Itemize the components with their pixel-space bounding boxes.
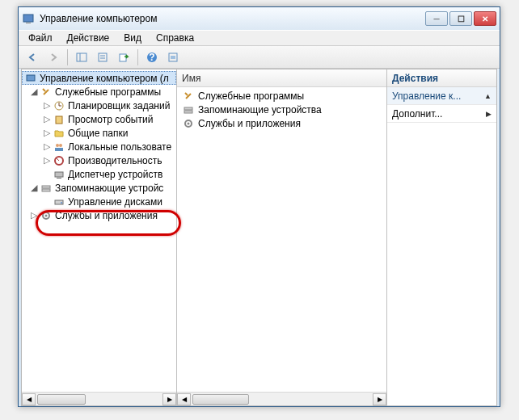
refresh-button[interactable]	[163, 48, 183, 66]
tree-scrollbar[interactable]: ◀ ▶	[22, 392, 176, 405]
tree-pane: Управление компьютером (л ◢ Служебные пр…	[22, 69, 177, 405]
content-area: Управление компьютером (л ◢ Служебные пр…	[21, 69, 497, 406]
scroll-right-button[interactable]: ▶	[162, 393, 176, 405]
expand-icon[interactable]: ▷	[41, 155, 53, 166]
expand-icon[interactable]: ▷	[41, 100, 53, 111]
tree-label: Управление компьютером (л	[40, 73, 169, 84]
tree-node-services[interactable]: ▷ Службы и приложения	[22, 208, 176, 222]
list-label: Служебные программы	[198, 90, 304, 102]
properties-button[interactable]	[93, 48, 112, 66]
toolbar-separator	[67, 49, 68, 65]
expand-icon[interactable]: ▷	[28, 210, 40, 220]
list-header[interactable]: Имя	[177, 69, 386, 87]
tree-label: Планировщик заданий	[68, 100, 170, 111]
svg-point-25	[61, 202, 62, 204]
action-group[interactable]: Управление к... ▲	[387, 87, 496, 105]
tree-node-scheduler[interactable]: ▷ Планировщик заданий	[22, 99, 176, 112]
tree-label: Службы и приложения	[55, 210, 158, 221]
svg-text:?: ?	[149, 52, 154, 63]
svg-rect-22	[42, 186, 50, 188]
svg-point-16	[59, 144, 62, 147]
action-more[interactable]: Дополнит... ▶	[387, 105, 496, 123]
svg-rect-17	[55, 148, 63, 151]
svg-point-27	[45, 214, 48, 216]
services-icon	[40, 209, 53, 222]
actions-header: Действия	[387, 69, 496, 87]
tree-label: Управление дисками	[68, 196, 162, 208]
svg-rect-14	[56, 116, 62, 124]
tree-node-events[interactable]: ▷ Просмотр событий	[22, 112, 176, 126]
svg-point-31	[188, 122, 190, 124]
scroll-right-button[interactable]: ▶	[373, 393, 386, 405]
window-title: Управление компьютером	[40, 13, 425, 24]
tree-node-devices[interactable]: Диспетчер устройств	[22, 167, 176, 181]
menu-view[interactable]: Вид	[117, 31, 148, 45]
expand-icon[interactable]: ▷	[41, 114, 53, 124]
show-hide-tree-button[interactable]	[72, 48, 91, 66]
tree-label: Общие папки	[68, 128, 128, 139]
scroll-track[interactable]	[36, 393, 162, 405]
svg-rect-29	[184, 111, 192, 113]
tools-icon	[182, 90, 195, 103]
minimize-button[interactable]: ─	[425, 11, 448, 26]
close-button[interactable]: ✕	[474, 11, 496, 26]
tree-label: Просмотр событий	[68, 114, 153, 125]
menu-action[interactable]: Действие	[61, 31, 116, 45]
list-item[interactable]: Служебные программы	[177, 89, 386, 103]
tree-label: Диспетчер устройств	[68, 169, 162, 180]
scroll-thumb[interactable]	[37, 394, 86, 405]
main-window: Управление компьютером ─ ☐ ✕ Файл Действ…	[18, 6, 500, 407]
services-icon	[182, 117, 195, 130]
tree-node-system-tools[interactable]: ◢ Служебные программы	[22, 85, 176, 99]
svg-rect-23	[42, 189, 50, 191]
scroll-left-button[interactable]: ◀	[22, 393, 36, 405]
events-icon	[53, 113, 65, 126]
users-icon	[53, 141, 65, 153]
svg-point-15	[56, 144, 59, 147]
svg-rect-21	[57, 178, 61, 178]
tree-node-storage[interactable]: ◢ Запоминающие устройс	[22, 181, 176, 195]
disk-icon	[53, 195, 65, 208]
list-scrollbar[interactable]: ◀ ▶	[177, 392, 386, 405]
svg-rect-12	[27, 75, 35, 81]
svg-rect-1	[26, 23, 31, 23]
expand-icon[interactable]: ▷	[41, 141, 53, 152]
collapse-icon: ▲	[484, 92, 492, 100]
tree-label: Локальные пользовате	[68, 141, 171, 153]
list-item[interactable]: Службы и приложения	[177, 116, 386, 130]
svg-rect-4	[99, 53, 107, 61]
help-button[interactable]: ?	[142, 48, 162, 66]
svg-rect-0	[23, 15, 33, 22]
back-button[interactable]	[23, 48, 42, 66]
svg-rect-2	[77, 53, 86, 61]
tree-node-disk-management[interactable]: Управление дисками	[22, 195, 176, 208]
list-label: Запоминающие устройства	[198, 104, 322, 116]
folder-icon	[53, 127, 65, 140]
tree-node-shared[interactable]: ▷ Общие папки	[22, 126, 176, 140]
tree-node-users[interactable]: ▷ Локальные пользовате	[22, 140, 176, 153]
list-item[interactable]: Запоминающие устройства	[177, 103, 386, 116]
list-label: Службы и приложения	[198, 118, 301, 129]
action-label: Дополнит...	[392, 108, 442, 120]
scroll-track[interactable]	[191, 393, 373, 405]
collapse-icon[interactable]: ◢	[28, 183, 40, 193]
menu-help[interactable]: Справка	[150, 31, 200, 45]
menubar: Файл Действие Вид Справка	[19, 30, 500, 46]
performance-icon	[53, 154, 65, 167]
menu-file[interactable]: Файл	[22, 31, 59, 45]
svg-rect-20	[55, 172, 63, 177]
tools-icon	[40, 86, 53, 99]
tree-label: Производительность	[68, 155, 162, 166]
maximize-button[interactable]: ☐	[449, 11, 472, 26]
scroll-thumb[interactable]	[192, 394, 249, 405]
tree-node-perf[interactable]: ▷ Производительность	[22, 153, 176, 167]
expand-icon[interactable]: ▷	[41, 128, 53, 138]
forward-button[interactable]	[44, 48, 63, 66]
toolbar: ?	[19, 46, 500, 69]
clock-icon	[53, 99, 65, 112]
toolbar-separator	[137, 49, 138, 65]
export-button[interactable]	[114, 48, 133, 66]
scroll-left-button[interactable]: ◀	[177, 393, 191, 405]
tree-root[interactable]: Управление компьютером (л	[22, 71, 176, 85]
collapse-icon[interactable]: ◢	[28, 86, 40, 97]
